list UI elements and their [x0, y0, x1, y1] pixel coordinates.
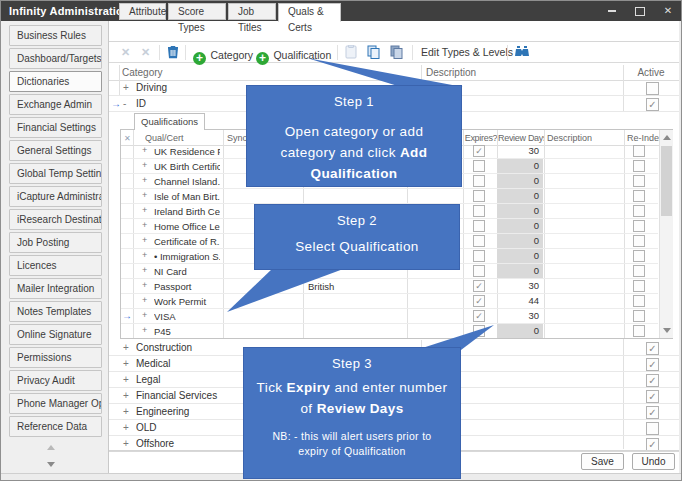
expand-icon[interactable]: +	[142, 205, 147, 215]
expand-icon[interactable]: +	[142, 250, 147, 260]
review-days-cell[interactable]: 0	[497, 249, 543, 263]
sidebar-item-business-rules[interactable]: Business Rules	[9, 25, 102, 46]
qual-cert-cell[interactable]: Certificate of R...	[154, 236, 220, 247]
review-days-cell[interactable]: 0	[497, 204, 543, 218]
delete-icon[interactable]	[167, 45, 179, 59]
synonym-cell[interactable]: British	[308, 281, 404, 292]
qual-cert-cell[interactable]: Work Permit	[154, 296, 220, 307]
qual-cert-cell[interactable]: UK Residence P...	[154, 146, 220, 157]
sidebar-item-general-settings[interactable]: General Settings	[9, 140, 102, 161]
qual-row[interactable]: → + Work Permit 44	[121, 294, 658, 309]
qual-cert-cell[interactable]: • Immigration S...	[154, 251, 220, 262]
column-header-description[interactable]: Description	[547, 133, 592, 143]
column-header-description[interactable]: Description	[426, 67, 476, 78]
column-header-qual-cert[interactable]: Qual/Cert	[145, 133, 184, 143]
scrollbar-thumb[interactable]	[661, 146, 672, 216]
sidebar-item-financial-settings[interactable]: Financial Settings	[9, 117, 102, 138]
expand-icon[interactable]: +	[123, 358, 129, 369]
expand-icon[interactable]: +	[123, 422, 129, 433]
expires-checkbox[interactable]	[473, 265, 485, 277]
active-checkbox[interactable]	[646, 422, 659, 435]
add-qualification-button[interactable]: + Qualification	[256, 45, 331, 65]
column-header-active[interactable]: Active	[623, 67, 679, 78]
expires-checkbox[interactable]	[473, 145, 485, 157]
sidebar-item-dashboard-targets[interactable]: Dashboard/Targets	[9, 48, 102, 69]
qual-cert-cell[interactable]: Isle of Man Birt...	[154, 191, 220, 202]
expand-icon[interactable]: +	[142, 235, 147, 245]
review-days-cell[interactable]: 44	[497, 294, 543, 308]
expand-icon[interactable]: +	[142, 145, 147, 155]
copy-icon[interactable]	[367, 45, 380, 59]
expires-checkbox[interactable]	[473, 190, 485, 202]
reindex-checkbox[interactable]	[633, 160, 645, 172]
expand-icon[interactable]: +	[142, 265, 147, 275]
review-days-cell[interactable]: 0	[497, 189, 543, 203]
sidebar-item-online-signature[interactable]: Online Signature	[9, 324, 102, 345]
column-header-category[interactable]: Category	[122, 67, 163, 78]
expand-icon[interactable]: +	[123, 390, 129, 401]
expires-checkbox[interactable]	[473, 160, 485, 172]
reindex-checkbox[interactable]	[633, 175, 645, 187]
save-button[interactable]: Save	[581, 453, 624, 470]
review-days-cell[interactable]: 0	[497, 219, 543, 233]
expand-icon[interactable]: +	[142, 325, 147, 335]
expand-icon[interactable]: +	[142, 280, 147, 290]
review-days-cell[interactable]: 30	[497, 144, 543, 158]
expires-checkbox[interactable]	[473, 280, 485, 292]
sidebar-item-iresearch-destinations[interactable]: iResearch Destinations	[9, 209, 102, 230]
expand-all-icon[interactable]: ✕	[141, 46, 150, 59]
qual-cert-cell[interactable]: VISA	[154, 311, 220, 322]
qual-cert-cell[interactable]: UK Birth Certific...	[154, 161, 220, 172]
vertical-scrollbar[interactable]	[659, 130, 673, 338]
reindex-checkbox[interactable]	[633, 235, 645, 247]
expand-icon[interactable]: +	[123, 374, 129, 385]
expires-checkbox[interactable]	[473, 250, 485, 262]
maximize-button[interactable]	[629, 4, 651, 18]
reindex-checkbox[interactable]	[633, 220, 645, 232]
reindex-checkbox[interactable]	[633, 295, 645, 307]
reindex-checkbox[interactable]	[633, 265, 645, 277]
minimize-button[interactable]	[601, 4, 623, 18]
review-days-cell[interactable]: 30	[497, 309, 543, 323]
qual-cert-cell[interactable]: P45	[154, 326, 220, 337]
sidebar-item-phone-manager-options[interactable]: Phone Manager Options	[9, 393, 102, 414]
copy-special-icon[interactable]	[390, 45, 403, 59]
tab-qualifications[interactable]: Qualifications	[134, 113, 205, 130]
close-button[interactable]: ✕	[657, 4, 679, 18]
expand-icon[interactable]: +	[123, 342, 129, 353]
active-checkbox[interactable]	[646, 342, 659, 355]
active-checkbox[interactable]	[646, 406, 659, 419]
sidebar-item-dictionaries[interactable]: Dictionaries	[9, 71, 102, 92]
active-checkbox[interactable]	[646, 390, 659, 403]
add-category-button[interactable]: + Category	[193, 45, 253, 65]
scroll-up-icon[interactable]	[663, 135, 671, 140]
expand-icon[interactable]: +	[142, 160, 147, 170]
tab-job-titles[interactable]: Job Titles	[228, 3, 276, 20]
sidebar-scroll-up-icon[interactable]	[47, 445, 55, 450]
search-binoculars-icon[interactable]	[515, 45, 529, 58]
reindex-checkbox[interactable]	[633, 250, 645, 262]
expand-icon[interactable]: +	[142, 190, 147, 200]
collapse-all-icon[interactable]: ✕	[121, 46, 130, 59]
sidebar-item-reference-data[interactable]: Reference Data	[9, 416, 102, 437]
expand-icon[interactable]: +	[142, 175, 147, 185]
qual-cert-cell[interactable]: Channel Island...	[154, 176, 220, 187]
sidebar-item-mailer-integration[interactable]: Mailer Integration	[9, 278, 102, 299]
expires-checkbox[interactable]	[473, 220, 485, 232]
active-checkbox[interactable]	[646, 374, 659, 387]
expand-icon[interactable]: +	[142, 310, 147, 320]
review-days-cell[interactable]: 0	[497, 174, 543, 188]
qual-row[interactable]: → + Isle of Man Birt... 0	[121, 189, 658, 204]
column-header-expires[interactable]: Expires?	[464, 133, 498, 143]
review-days-cell[interactable]: 0	[497, 234, 543, 248]
reindex-checkbox[interactable]	[633, 280, 645, 292]
sidebar-item-permissions[interactable]: Permissions	[9, 347, 102, 368]
reindex-checkbox[interactable]	[633, 190, 645, 202]
expand-icon[interactable]: +	[123, 406, 129, 417]
review-days-cell[interactable]: 0	[497, 264, 543, 278]
expires-checkbox[interactable]	[473, 310, 485, 322]
active-checkbox[interactable]	[646, 98, 659, 111]
tab-quals-certs[interactable]: Quals & Certs	[278, 3, 341, 22]
active-checkbox[interactable]	[646, 82, 659, 95]
expand-icon[interactable]: +	[142, 220, 147, 230]
